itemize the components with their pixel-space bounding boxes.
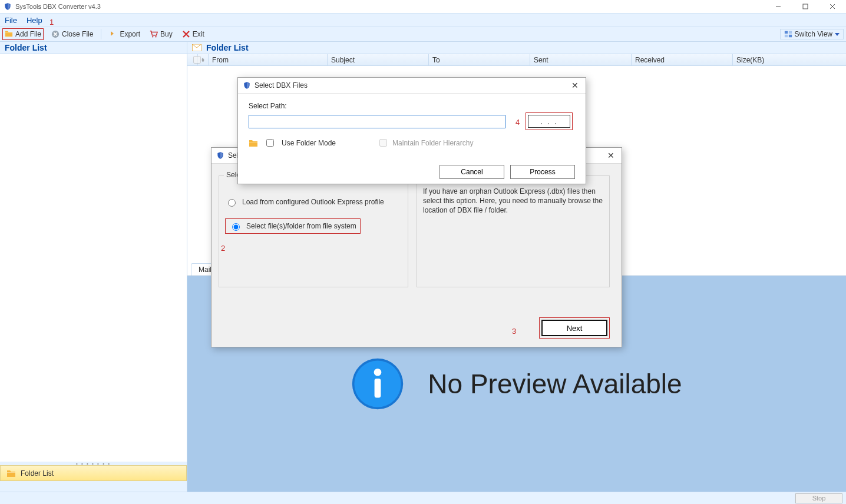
menu-help[interactable]: Help	[27, 16, 42, 25]
info-icon	[351, 357, 404, 410]
menu-bar: File Help	[0, 13, 846, 27]
switch-view-icon	[784, 30, 792, 38]
close-file-button[interactable]: Close File	[49, 30, 95, 38]
browse-button-highlight: . . .	[526, 112, 573, 130]
col-size[interactable]: Size(KB)	[733, 54, 846, 65]
window-close-button[interactable]	[819, 0, 846, 13]
no-preview-text: No Preview Available	[428, 368, 682, 400]
select-dbx-dialog: Select DBX Files ✕ Select Path: . . . Us…	[237, 77, 586, 184]
export-label: Export	[120, 30, 140, 38]
folder-tree[interactable]	[0, 54, 187, 462]
dialog2-close-button[interactable]: ✕	[569, 81, 581, 90]
envelope-icon	[192, 44, 201, 51]
exit-label: Exit	[193, 30, 204, 38]
col-subject[interactable]: Subject	[328, 54, 429, 65]
window-title: SysTools DBX Converter v4.3	[15, 3, 101, 10]
close-file-label: Close File	[62, 30, 93, 38]
window-minimize-button[interactable]	[765, 0, 792, 13]
window-maximize-button[interactable]	[792, 0, 819, 13]
radio-load-profile[interactable]	[228, 199, 236, 207]
use-folder-mode-checkbox[interactable]	[266, 139, 274, 147]
maintain-hierarchy-checkbox	[379, 139, 387, 147]
radio-select-file[interactable]	[232, 223, 240, 231]
radio-select-file-label: Select file(s)/folder from file system	[246, 222, 356, 230]
col-received[interactable]: Received	[632, 54, 733, 65]
folder-list-nav-label: Folder List	[21, 469, 54, 478]
next-button[interactable]: Next	[541, 320, 607, 336]
toolbar: Add File Close File Export Buy Exit Swit…	[0, 27, 846, 42]
exit-button[interactable]: Exit	[180, 30, 206, 38]
switch-view-label: Switch View	[795, 30, 832, 38]
use-folder-mode-label: Use Folder Mode	[282, 139, 336, 147]
radio-select-file-highlight: Select file(s)/folder from file system	[225, 218, 361, 234]
dialog2-titlebar: Select DBX Files ✕	[238, 78, 586, 94]
buy-label: Buy	[160, 30, 173, 38]
selection-option-group: Selection Option Load from configured Ou…	[219, 175, 408, 287]
next-button-highlight: Next	[539, 317, 610, 339]
folder-list-nav-button[interactable]: Folder List	[0, 465, 187, 481]
folder-mode-icon	[249, 139, 258, 147]
cancel-button[interactable]: Cancel	[439, 165, 504, 179]
add-file-button[interactable]: Add File	[15, 30, 41, 38]
col-checkbox[interactable]	[187, 54, 198, 65]
description-group: Description If you have an orphan Outloo…	[417, 175, 610, 287]
folder-open-icon	[5, 29, 13, 39]
exit-x-icon	[182, 30, 190, 38]
right-header-title: Folder List	[206, 43, 249, 52]
window-titlebar: SysTools DBX Converter v4.3	[0, 0, 846, 13]
process-button[interactable]: Process	[510, 165, 575, 179]
annotation-4: 4	[515, 118, 520, 127]
app-shield-icon	[4, 2, 12, 11]
cart-icon	[150, 30, 158, 38]
toolbar-separator	[101, 29, 101, 39]
buy-button[interactable]: Buy	[148, 30, 174, 38]
annotation-1: 1	[49, 18, 54, 26]
status-bar: Stop	[0, 492, 846, 504]
col-attachment-icon[interactable]	[198, 54, 209, 65]
maintain-hierarchy-label: Maintain Folder Hierarchy	[392, 139, 473, 147]
add-file-highlight: Add File	[2, 28, 44, 40]
select-path-label: Select Path:	[249, 102, 575, 110]
right-header: Folder List	[187, 42, 846, 54]
svg-rect-12	[803, 4, 808, 9]
export-arrow-icon	[109, 30, 117, 38]
annotation-3: 3	[512, 327, 516, 336]
left-bottom-pad	[0, 481, 187, 492]
column-headers: From Subject To Sent Received Size(KB)	[187, 54, 846, 66]
annotation-2: 2	[221, 244, 225, 253]
col-sent[interactable]: Sent	[530, 54, 632, 65]
export-button[interactable]: Export	[107, 30, 142, 38]
left-panel: Folder List • • • • • • • Folder List	[0, 42, 187, 492]
col-to[interactable]: To	[429, 54, 530, 65]
folder-icon	[6, 469, 16, 478]
switch-view-button[interactable]: Switch View	[780, 29, 844, 39]
browse-button[interactable]: . . .	[528, 115, 570, 128]
stop-button[interactable]: Stop	[795, 493, 842, 503]
path-input[interactable]	[249, 115, 505, 128]
dialog1-shield-icon	[216, 151, 224, 160]
dialog1-close-button[interactable]: ✕	[605, 151, 617, 160]
folder-list-header: Folder List	[0, 42, 187, 54]
close-file-icon	[51, 30, 60, 38]
dialog2-title-text: Select DBX Files	[255, 81, 308, 89]
menu-file[interactable]: File	[5, 16, 17, 25]
col-from[interactable]: From	[209, 54, 328, 65]
radio-load-profile-label: Load from configured Outlook Express pro…	[242, 198, 384, 206]
dialog2-shield-icon	[243, 81, 251, 89]
dropdown-caret-icon	[835, 33, 840, 36]
